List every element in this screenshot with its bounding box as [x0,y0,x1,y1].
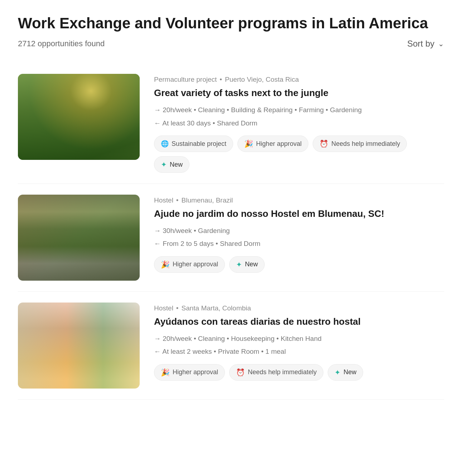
listing-stay-detail: ← From 2 to 5 days • Shared Dorm [154,239,444,249]
listing-card[interactable]: Hostel•Blumenau, BrazilAjude no jardim d… [18,184,444,292]
listing-work-detail: → 20h/week • Cleaning • Building & Repai… [154,105,444,115]
page-title: Work Exchange and Volunteer programs in … [18,14,444,32]
listing-content: Hostel•Santa Marta, ColombiaAyúdanos con… [154,303,444,389]
listing-image-3 [18,303,140,389]
listing-stay-detail: ← At least 30 days • Shared Dorm [154,118,444,129]
listing-stay-detail: ← At least 2 weeks • Private Room • 1 me… [154,347,444,357]
listing-title[interactable]: Ayúdanos con tareas diarias de nuestro h… [154,316,444,328]
sort-by-label: Sort by [407,39,434,49]
urgent-icon: ⏰ [319,139,328,148]
badge-sustainable: 🌐Sustainable project [154,135,233,152]
listing-badges: 🎉Higher approval⏰Needs help immediately✦… [154,364,444,381]
higher-approval-icon: 🎉 [161,368,170,377]
badge-label: New [170,161,183,168]
new-icon: ✦ [236,260,242,269]
listing-work-detail: → 30h/week • Gardening [154,226,444,236]
listing-type: Hostel [154,304,173,312]
listing-work-detail: → 20h/week • Cleaning • Housekeeping • K… [154,334,444,344]
badge-urgent: ⏰Needs help immediately [229,364,323,381]
badge-label: Higher approval [256,140,302,148]
new-icon: ✦ [161,160,167,169]
badge-label: Higher approval [173,368,218,376]
listing-content: Hostel•Blumenau, BrazilAjude no jardim d… [154,195,444,281]
listing-badges: 🌐Sustainable project🎉Higher approval⏰Nee… [154,135,444,173]
listing-type: Hostel [154,196,173,204]
listing-image-2 [18,195,140,281]
listing-category: Hostel•Blumenau, Brazil [154,196,444,204]
listing-title[interactable]: Great variety of tasks next to the jungl… [154,87,444,99]
badge-new: ✦New [154,156,189,173]
listing-category: Hostel•Santa Marta, Colombia [154,304,444,312]
listing-title[interactable]: Ajude no jardim do nosso Hostel em Blume… [154,208,444,220]
badge-label: Needs help immediately [248,368,317,376]
badge-label: New [343,368,356,376]
separator: • [176,304,179,312]
listing-content: Permaculture project•Puerto Viejo, Costa… [154,74,444,173]
badge-higher-approval: 🎉Higher approval [237,135,308,152]
listing-image-1 [18,74,140,160]
sort-by-dropdown[interactable]: Sort by ⌄ [407,39,444,49]
listing-location: Blumenau, Brazil [182,196,233,204]
badge-new: ✦New [328,364,363,381]
listing-location: Puerto Viejo, Costa Rica [225,76,299,83]
results-count: 2712 opportunities found [18,39,105,48]
listing-card[interactable]: Permaculture project•Puerto Viejo, Costa… [18,63,444,184]
higher-approval-icon: 🎉 [161,260,170,269]
listing-category: Permaculture project•Puerto Viejo, Costa… [154,76,444,84]
sustainable-icon: 🌐 [161,140,169,148]
listing-location: Santa Marta, Colombia [182,304,251,312]
higher-approval-icon: 🎉 [244,139,253,148]
badge-new: ✦New [229,256,265,273]
listing-badges: 🎉Higher approval✦New [154,256,444,273]
badge-urgent: ⏰Needs help immediately [313,135,407,152]
separator: • [176,196,179,204]
badge-higher-approval: 🎉Higher approval [154,256,225,273]
listing-card[interactable]: Hostel•Santa Marta, ColombiaAyúdanos con… [18,292,444,400]
listings-container: Permaculture project•Puerto Viejo, Costa… [18,63,444,400]
badge-higher-approval: 🎉Higher approval [154,364,225,381]
listing-type: Permaculture project [154,76,217,83]
results-header: 2712 opportunities found Sort by ⌄ [18,39,444,49]
badge-label: Sustainable project [172,140,226,148]
new-icon: ✦ [335,368,341,377]
badge-label: New [245,261,258,268]
badge-label: Higher approval [173,261,218,268]
separator: • [220,76,222,83]
chevron-down-icon: ⌄ [438,39,444,48]
badge-label: Needs help immediately [331,140,400,148]
urgent-icon: ⏰ [236,368,245,377]
